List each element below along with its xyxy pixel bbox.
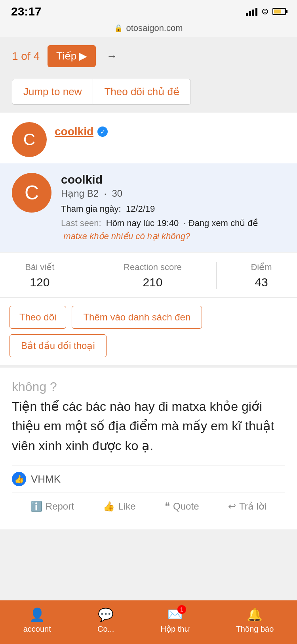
status-bar: 23:17 ⊜	[0, 0, 297, 21]
page-indicator: 1 of 4	[12, 50, 40, 63]
inbox-badge: 1	[177, 605, 186, 614]
report-button[interactable]: ℹ️ Report	[30, 501, 74, 512]
post-action-bar: ℹ️ Report 👍 Like ❝ Quote ↩ Trả lời	[12, 493, 285, 520]
reaction-user-name[interactable]: VHMK	[31, 473, 61, 485]
thumbs-up-icon: 👍	[14, 474, 24, 484]
nav-account[interactable]: 👤 account	[23, 607, 51, 634]
popup-join-date: Tham gia ngày: 12/2/19	[61, 204, 285, 214]
like-thumb-icon: 👍	[12, 472, 26, 486]
popup-last-seen: Last seen: Hôm nay lúc 19:40 · Đang xem …	[61, 217, 285, 243]
report-label: Report	[46, 501, 74, 512]
stat-divider-2	[216, 262, 217, 289]
nav-comment[interactable]: 💬 Co...	[97, 607, 114, 634]
card-buttons-row: Theo dõi Thêm vào danh sách đen Bắt đầu …	[0, 297, 297, 365]
quote-icon: ❝	[165, 501, 170, 512]
account-label: account	[23, 625, 51, 634]
battery-icon	[272, 8, 286, 15]
status-icons: ⊜	[246, 6, 286, 17]
content-area: không ? Tiện thể các bác nào hay đi matx…	[0, 365, 297, 529]
content-main: Tiện thể các bác nào hay đi matxa khỏe g…	[12, 399, 274, 453]
reaction-label: Reaction score	[124, 262, 182, 272]
comment-icon: 💬	[98, 607, 114, 622]
username-line: coolkid ✓	[55, 125, 108, 138]
action-buttons-row: Jump to new Theo dõi chủ đề	[0, 75, 297, 113]
quote-button[interactable]: ❝ Quote	[165, 501, 199, 512]
reply-label: Trả lời	[239, 501, 267, 512]
tiep-button[interactable]: Tiếp ▶	[48, 45, 96, 67]
url-bar: 🔒 otosaigon.com	[0, 21, 297, 37]
report-icon: ℹ️	[30, 501, 42, 512]
nav-bar: 1 of 4 Tiếp ▶ →	[0, 37, 297, 75]
popup-username: coolkid	[61, 173, 285, 186]
bai-viet-label: Bài viết	[25, 262, 54, 272]
popup-avatar: C	[12, 173, 51, 213]
reaction-value: 210	[143, 276, 162, 289]
popup-rank: Hạng B2 · 30	[61, 188, 285, 199]
bottom-nav: 👤 account 💬 Co... ✉️ 1 Hộp thư 🔔 Thông b…	[0, 600, 297, 644]
popup-info: coolkid Hạng B2 · 30 Tham gia ngày: 12/2…	[61, 173, 285, 243]
them-vao-danh-sach-den-button[interactable]: Thêm vào danh sách đen	[72, 306, 202, 329]
stats-row: Bài viết 120 Reaction score 210 Điểm 43	[0, 252, 297, 297]
stat-bai-viet: Bài viết 120	[25, 262, 54, 289]
quote-label: Quote	[173, 501, 199, 512]
notifications-label: Thông báo	[236, 625, 274, 634]
nav-inbox[interactable]: ✉️ 1 Hộp thư	[161, 607, 190, 634]
checkmark-icon: ✓	[100, 128, 105, 136]
diem-label: Điểm	[251, 262, 272, 272]
seen-topic-link[interactable]: matxa khỏe nhiều có hại không?	[63, 231, 190, 241]
theo-doi-button[interactable]: Theo dõi	[10, 306, 66, 329]
content-partial: không ?	[12, 380, 57, 394]
stat-divider-1	[89, 262, 89, 289]
inbox-label: Hộp thư	[161, 624, 190, 634]
comment-label: Co...	[97, 625, 114, 634]
bat-dau-doi-thoai-button[interactable]: Bắt đầu đối thoại	[10, 334, 107, 357]
reaction-row: 👍 VHMK	[12, 465, 285, 493]
diem-value: 43	[255, 276, 268, 289]
account-icon: 👤	[29, 607, 45, 622]
inbox-icon: ✉️ 1	[167, 607, 183, 622]
reply-icon: ↩	[228, 501, 236, 512]
like-button[interactable]: 👍 Like	[103, 501, 135, 512]
btn-row-1: Theo dõi Thêm vào danh sách đen	[10, 306, 287, 329]
nav-notifications[interactable]: 🔔 Thông báo	[236, 607, 274, 634]
stat-diem: Điểm 43	[251, 262, 272, 289]
jump-to-new-button[interactable]: Jump to new	[12, 79, 93, 105]
lock-icon: 🔒	[114, 24, 123, 33]
signal-icon	[246, 7, 257, 16]
wifi-icon: ⊜	[261, 6, 268, 17]
user-popup-card: C coolkid Hạng B2 · 30 Tham gia ngày: 12…	[0, 163, 297, 252]
avatar: C	[12, 122, 47, 157]
content-text: không ? Tiện thể các bác nào hay đi matx…	[12, 377, 285, 456]
url-text: otosaigon.com	[126, 23, 183, 33]
bell-icon: 🔔	[247, 607, 263, 622]
theo-doi-chu-de-button[interactable]: Theo dõi chủ đề	[93, 79, 191, 105]
like-label: Like	[118, 501, 135, 512]
status-time: 23:17	[11, 5, 42, 18]
like-icon: 👍	[103, 501, 115, 512]
username-link[interactable]: coolkid	[55, 125, 93, 138]
bai-viet-value: 120	[30, 276, 50, 289]
reply-button[interactable]: ↩ Trả lời	[228, 501, 267, 512]
user-section: C coolkid ✓	[0, 113, 297, 163]
next-arrow[interactable]: →	[106, 50, 117, 63]
stat-reaction: Reaction score 210	[124, 262, 182, 289]
verified-badge: ✓	[97, 126, 108, 137]
